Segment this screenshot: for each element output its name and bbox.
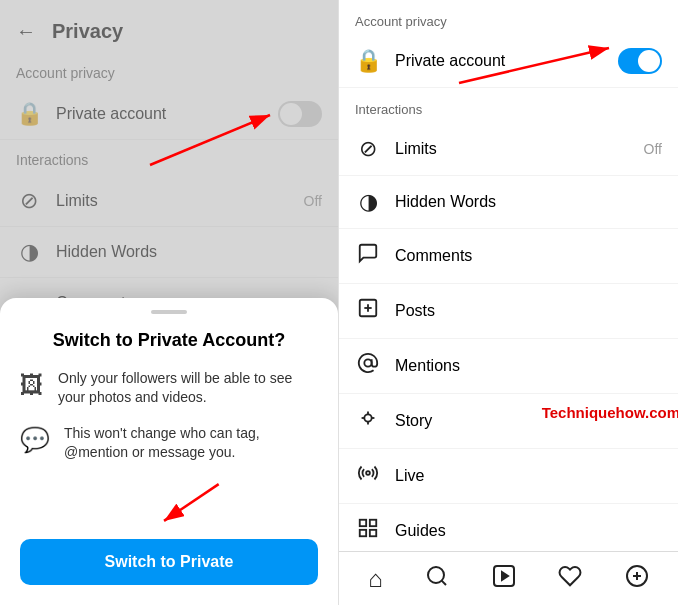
sheet-title: Switch to Private Account?: [20, 330, 318, 351]
right-hidden-words-item[interactable]: ◑ Hidden Words: [339, 176, 678, 229]
sheet-handle: [151, 310, 187, 314]
right-guides-icon: [355, 517, 381, 545]
right-posts-item[interactable]: Posts: [339, 284, 678, 339]
right-live-icon: [355, 462, 381, 490]
right-limits-icon: ⊘: [355, 136, 381, 162]
svg-rect-16: [360, 520, 366, 526]
red-arrow-to-button: [20, 479, 318, 529]
red-arrow-to-right-toggle: [439, 33, 639, 93]
right-mentions-icon: [355, 352, 381, 380]
svg-line-21: [442, 580, 446, 584]
svg-line-5: [459, 48, 609, 83]
bottom-sheet: Switch to Private Account? 🖼 Only your f…: [0, 298, 338, 605]
svg-marker-23: [502, 572, 508, 580]
sheet-item-photos-text: Only your followers will be able to see …: [58, 369, 318, 408]
brand-text: Techniquehow.com: [542, 404, 678, 421]
right-limits-value: Off: [644, 141, 662, 157]
svg-rect-18: [360, 530, 366, 536]
right-comments-item[interactable]: Comments: [339, 229, 678, 284]
svg-point-9: [364, 359, 371, 366]
right-panel: Account privacy 🔒 Private account Intera…: [339, 0, 678, 605]
right-comments-icon: [355, 242, 381, 270]
right-live-label: Live: [395, 467, 662, 485]
switch-to-private-button[interactable]: Switch to Private: [20, 539, 318, 585]
right-posts-icon: [355, 297, 381, 325]
right-account-privacy-label: Account privacy: [339, 0, 678, 35]
sheet-item-mention-text: This won't change who can tag, @mention …: [64, 424, 318, 463]
svg-rect-19: [370, 530, 376, 536]
right-content: Account privacy 🔒 Private account Intera…: [339, 0, 678, 551]
svg-point-10: [364, 414, 371, 421]
right-interactions-label: Interactions: [339, 88, 678, 123]
right-mentions-label: Mentions: [395, 357, 662, 375]
left-panel: ← Privacy Account privacy 🔒 Private acco…: [0, 0, 339, 605]
right-live-item[interactable]: Live: [339, 449, 678, 504]
right-limits-label: Limits: [395, 140, 630, 158]
sheet-item-mention: 💬 This won't change who can tag, @mentio…: [20, 424, 318, 463]
svg-line-3: [164, 484, 219, 521]
right-guides-label: Guides: [395, 522, 662, 540]
right-story-icon: [355, 407, 381, 435]
right-mentions-item[interactable]: Mentions: [339, 339, 678, 394]
right-comments-label: Comments: [395, 247, 662, 265]
svg-point-15: [366, 471, 370, 475]
right-hidden-words-label: Hidden Words: [395, 193, 662, 211]
nav-search-icon[interactable]: [419, 558, 455, 600]
right-lock-icon: 🔒: [355, 48, 381, 74]
bottom-nav: ⌂: [339, 551, 678, 605]
right-limits-item[interactable]: ⊘ Limits Off: [339, 123, 678, 176]
photos-icon: 🖼: [20, 371, 44, 399]
mention-icon: 💬: [20, 426, 50, 454]
svg-rect-17: [370, 520, 376, 526]
sheet-item-photos: 🖼 Only your followers will be able to se…: [20, 369, 318, 408]
nav-heart-icon[interactable]: [552, 558, 588, 600]
nav-home-icon[interactable]: ⌂: [362, 559, 389, 599]
right-story-item[interactable]: Story Techniquehow.com: [339, 394, 678, 449]
right-hidden-words-icon: ◑: [355, 189, 381, 215]
nav-reels-icon[interactable]: [486, 558, 522, 600]
right-posts-label: Posts: [395, 302, 662, 320]
nav-add-icon[interactable]: [619, 558, 655, 600]
svg-point-20: [428, 567, 444, 583]
right-guides-item[interactable]: Guides: [339, 504, 678, 551]
